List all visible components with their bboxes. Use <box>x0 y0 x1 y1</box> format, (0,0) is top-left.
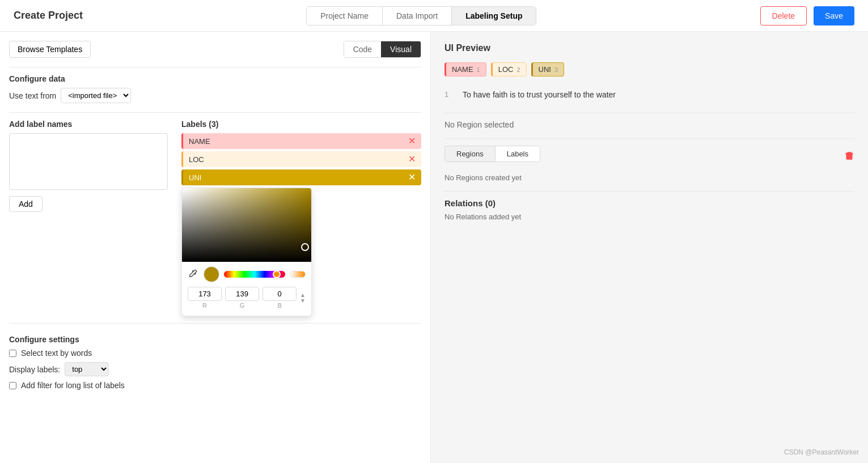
tab-labeling-setup[interactable]: Labeling Setup <box>452 7 536 25</box>
labels-list-section: Labels (3) NAME ✕ LOC ✕ UNI ✕ <box>181 120 421 316</box>
hue-thumb[interactable] <box>273 270 281 278</box>
r-input[interactable] <box>188 287 222 301</box>
code-toggle-button[interactable]: Code <box>344 41 381 57</box>
label-tag-uni-text: UNI <box>539 65 551 74</box>
label-name-text: NAME <box>189 137 210 146</box>
color-gradient[interactable] <box>182 188 311 262</box>
visual-toggle-button[interactable]: Visual <box>381 41 421 57</box>
color-picker-row1 <box>188 266 306 282</box>
labels-section: Add label names Add Labels (3) NAME ✕ LO… <box>9 120 421 316</box>
toolbar: Browse Templates Code Visual <box>9 41 421 58</box>
no-region-text: No Region selected <box>444 120 854 129</box>
display-labels-row: Display labels: top bottom left right <box>9 362 421 376</box>
label-item-uni[interactable]: UNI ✕ <box>181 169 421 185</box>
color-picker-bottom: R G B ▲ ▼ <box>182 262 311 316</box>
add-label-section: Add label names Add <box>9 120 168 316</box>
label-remove-loc[interactable]: ✕ <box>408 155 416 164</box>
color-picker-handle[interactable] <box>301 243 309 251</box>
configure-settings-title: Configure settings <box>9 335 421 344</box>
label-tag-loc-count: 2 <box>516 66 520 73</box>
no-regions-text: No Regions created yet <box>444 173 854 182</box>
configure-divider <box>9 112 421 113</box>
add-label-title: Add label names <box>9 120 168 129</box>
g-label: G <box>240 302 245 309</box>
hex-arrow: ▲ ▼ <box>300 287 306 309</box>
right-panel: UI Preview NAME 1 LOC 2 UNI 3 1 To have … <box>431 32 868 463</box>
watermark: CSDN @PeasantWorker <box>784 448 859 456</box>
toolbar-divider <box>9 67 421 67</box>
labels-list-title: Labels (3) <box>181 120 421 129</box>
label-item-name[interactable]: NAME ✕ <box>181 133 421 149</box>
label-tag-uni[interactable]: UNI 3 <box>531 62 565 77</box>
label-tags: NAME 1 LOC 2 UNI 3 <box>444 62 854 77</box>
label-tag-name-count: 1 <box>477 66 480 73</box>
label-tag-name[interactable]: NAME 1 <box>444 62 486 77</box>
label-tag-loc[interactable]: LOC 2 <box>491 62 527 77</box>
add-filter-row: Add filter for long list of labels <box>9 381 421 390</box>
save-button[interactable]: Save <box>814 6 854 26</box>
label-uni-text: UNI <box>189 173 201 182</box>
display-labels-label: Display labels: <box>9 365 60 374</box>
color-swatch[interactable] <box>204 266 219 282</box>
no-relations-text: No Relations added yet <box>444 213 854 221</box>
color-picker-popup: R G B ▲ ▼ <box>181 188 312 316</box>
configure-settings-section: Configure settings Select text by words … <box>9 335 421 390</box>
preview-text-row: 1 To have faith is to trust yourself to … <box>444 86 854 104</box>
label-tag-uni-count: 3 <box>554 66 558 73</box>
use-text-from-label: Use text from <box>9 91 56 100</box>
preview-divider <box>444 113 854 113</box>
eyedropper-icon[interactable] <box>188 269 199 280</box>
label-item-loc[interactable]: LOC ✕ <box>181 151 421 167</box>
region-divider <box>444 138 854 139</box>
select-text-words-label: Select text by words <box>21 349 92 358</box>
header: Create Project Project Name Data Import … <box>0 0 868 32</box>
add-label-button[interactable]: Add <box>9 196 43 212</box>
regions-tab-row: Regions Labels <box>444 146 854 169</box>
label-tag-loc-text: LOC <box>498 65 514 74</box>
tab-project-name[interactable]: Project Name <box>307 7 383 25</box>
label-loc-text: LOC <box>189 155 204 164</box>
select-text-words-row: Select text by words <box>9 349 421 358</box>
label-remove-name[interactable]: ✕ <box>408 137 416 146</box>
label-remove-uni[interactable]: ✕ <box>408 173 416 182</box>
page-title: Create Project <box>14 10 83 22</box>
text-from-row: Use text from <imported file> <box>9 88 421 103</box>
b-input[interactable] <box>262 287 297 301</box>
label-name-textarea[interactable] <box>9 133 168 190</box>
relations-divider <box>444 191 854 192</box>
select-text-words-checkbox[interactable] <box>9 350 16 357</box>
tab-data-import[interactable]: Data Import <box>383 7 452 25</box>
regions-tab[interactable]: Regions <box>445 146 496 162</box>
preview-line-number: 1 <box>444 90 456 99</box>
add-filter-label: Add filter for long list of labels <box>21 381 125 390</box>
gradient-black-overlay <box>182 188 311 262</box>
configure-data-section: Configure data Use text from <imported f… <box>9 74 421 103</box>
hex-arrow-down[interactable]: ▼ <box>300 298 306 304</box>
region-tabs: Regions Labels <box>444 146 540 162</box>
b-input-group: B <box>262 287 297 309</box>
b-label: B <box>277 302 281 309</box>
relations-title: Relations (0) <box>444 198 854 208</box>
delete-button[interactable]: Delete <box>760 6 807 26</box>
main-layout: Browse Templates Code Visual Configure d… <box>0 32 868 463</box>
g-input[interactable] <box>225 287 259 301</box>
label-tag-name-text: NAME <box>452 65 473 74</box>
delete-region-icon[interactable] <box>844 150 854 164</box>
hex-arrow-up[interactable]: ▲ <box>300 292 306 298</box>
g-input-group: G <box>225 287 259 309</box>
configure-data-title: Configure data <box>9 74 421 83</box>
display-labels-select[interactable]: top bottom left right <box>65 362 109 376</box>
preview-text-content: To have faith is to trust yourself to th… <box>463 90 616 99</box>
add-filter-checkbox[interactable] <box>9 382 16 389</box>
r-label: R <box>202 302 207 309</box>
hue-slider[interactable] <box>224 271 285 278</box>
labels-tab[interactable]: Labels <box>496 146 540 162</box>
labels-divider <box>9 323 421 324</box>
header-actions: Delete Save <box>760 6 854 26</box>
text-source-select[interactable]: <imported file> <box>61 88 131 103</box>
step-tabs: Project Name Data Import Labeling Setup <box>306 6 536 26</box>
browse-templates-button[interactable]: Browse Templates <box>9 41 91 58</box>
code-visual-toggle: Code Visual <box>344 41 421 58</box>
opacity-slider[interactable] <box>290 271 306 278</box>
left-panel: Browse Templates Code Visual Configure d… <box>0 32 431 463</box>
